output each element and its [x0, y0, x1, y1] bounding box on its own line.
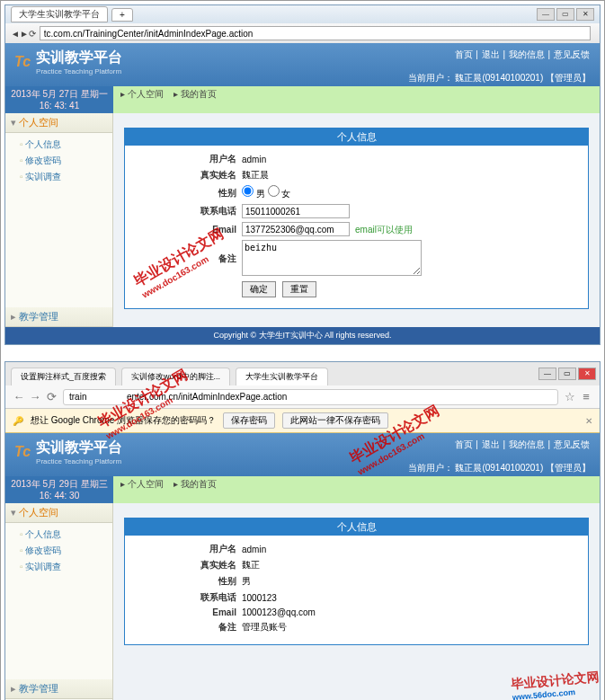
logo-en: Practice Teaching Platform	[36, 457, 122, 465]
nav-home[interactable]: 首页	[455, 439, 473, 449]
label-email: Email	[125, 607, 242, 617]
date-line: 2013年 5月 29日 星期三	[5, 478, 113, 491]
value-realname: 魏正晨	[242, 169, 588, 182]
forward-icon[interactable]: →	[27, 390, 43, 403]
label-phone: 联系电话	[125, 591, 242, 604]
reload-icon[interactable]: ⟳	[29, 29, 36, 39]
chrome-tab-2[interactable]: 实训修改word中的脚注...	[121, 368, 230, 385]
textarea-remark[interactable]: beizhu	[242, 240, 422, 276]
key-icon: 🔑	[13, 416, 23, 426]
sidebar-item-survey[interactable]: 实训调查	[20, 559, 112, 575]
nav-feedback[interactable]: 意见反馈	[554, 49, 590, 59]
date-line: 2013年 5月 27日 星期一	[5, 88, 113, 101]
ie-tab[interactable]: 大学生实训教学平台	[11, 6, 108, 22]
app-header: Tc 实训教学平台 Practice Teaching Platform 首页 …	[5, 433, 600, 476]
never-save-button[interactable]: 此网站一律不保存密码	[282, 412, 388, 429]
nav-myinfo[interactable]: 我的信息	[509, 49, 545, 59]
radio-male[interactable]	[242, 185, 254, 197]
ie-tab-bar: 大学生实训教学平台 + — ▭ ✕	[5, 5, 600, 23]
sidebar: 个人空间 个人信息 修改密码 实训调查 教学管理	[5, 113, 113, 327]
address-input[interactable]	[63, 389, 558, 405]
prompt-text: 想让 Google Chrome 浏览器保存您的密码吗？	[31, 414, 216, 427]
label-realname: 真实姓名	[125, 559, 242, 572]
user-label: 当前用户：	[408, 463, 453, 473]
logo-tc: Tc	[14, 54, 31, 70]
label-email: Email	[125, 225, 242, 235]
breadcrumb-1[interactable]: ▸ 个人空间	[120, 89, 164, 99]
label-sex: 性别	[125, 187, 242, 199]
label-female: 女	[281, 189, 290, 199]
label-remark: 备注	[125, 253, 242, 265]
back-icon[interactable]: ←	[11, 390, 27, 403]
logo-tc: Tc	[14, 444, 31, 460]
app-header: Tc 实训教学平台 Practice Teaching Platform 首页 …	[5, 43, 600, 86]
sidebar-item-pwd[interactable]: 修改密码	[20, 153, 112, 169]
user-role: 【管理员】	[546, 463, 591, 473]
address-input[interactable]	[40, 26, 591, 40]
sidebar-item-survey[interactable]: 实训调查	[20, 169, 112, 185]
footer: Copyright © 大学生IT实训中心 All rights reserve…	[5, 327, 600, 344]
breadcrumb: ▸ 个人空间 ▸ 我的首页	[113, 476, 600, 503]
sidebar-section-teaching[interactable]: 教学管理	[5, 679, 112, 699]
window-max[interactable]: ▭	[558, 368, 576, 380]
submit-button[interactable]: 确定	[242, 281, 276, 297]
value-sex: 男	[242, 575, 588, 588]
radio-female[interactable]	[268, 185, 280, 197]
breadcrumb-2[interactable]: ▸ 我的首页	[173, 89, 217, 99]
nav-feedback[interactable]: 意见反馈	[554, 439, 590, 449]
value-phone: 1000123	[242, 593, 588, 603]
window-min[interactable]: —	[537, 8, 555, 21]
label-username: 用户名	[125, 153, 242, 165]
top-nav: 首页 | 退出 | 我的信息 | 意见反馈	[454, 49, 591, 61]
sidebar-section-personal[interactable]: 个人空间	[5, 113, 112, 133]
sidebar-section-teaching[interactable]: 教学管理	[5, 307, 112, 327]
password-prompt: 🔑 想让 Google Chrome 浏览器保存您的密码吗？ 保存密码 此网站一…	[5, 409, 600, 433]
sidebar-item-pwd[interactable]: 修改密码	[20, 543, 112, 559]
info-panel: 个人信息 用户名admin 真实姓名魏正晨 性别 男 女 联系电话 Emaile…	[124, 128, 589, 309]
label-username: 用户名	[125, 543, 242, 555]
close-icon[interactable]: ✕	[585, 416, 592, 426]
screenshot-1: 大学生实训教学平台 + — ▭ ✕ ◄ ► ⟳ Tc 实训教学平台 Practi…	[4, 4, 601, 345]
star-icon[interactable]: ☆	[562, 390, 578, 403]
back-icon[interactable]: ◄	[11, 29, 20, 39]
label-phone: 联系电话	[125, 205, 242, 217]
nav-logout[interactable]: 退出	[482, 49, 500, 59]
value-username: admin	[242, 545, 588, 554]
sidebar-item-info[interactable]: 个人信息	[20, 137, 112, 153]
sidebar-section-personal[interactable]: 个人空间	[5, 503, 112, 523]
sidebar: 个人空间 个人信息 修改密码 实训调查 教学管理	[5, 503, 113, 700]
forward-icon[interactable]: ►	[20, 29, 29, 39]
user-role: 【管理员】	[546, 73, 591, 83]
nav-myinfo[interactable]: 我的信息	[509, 439, 545, 449]
breadcrumb: ▸ 个人空间 ▸ 我的首页	[113, 86, 600, 113]
sidebar-item-info[interactable]: 个人信息	[20, 527, 112, 543]
breadcrumb-1[interactable]: ▸ 个人空间	[120, 479, 164, 489]
window-close[interactable]: ✕	[578, 368, 596, 380]
label-realname: 真实姓名	[125, 169, 242, 182]
logo-cn: 实训教学平台	[36, 439, 122, 455]
window-min[interactable]: —	[538, 368, 556, 380]
window-close[interactable]: ✕	[576, 8, 594, 21]
label-remark: 备注	[125, 621, 242, 634]
menu-icon[interactable]: ≡	[578, 390, 594, 403]
reset-button[interactable]: 重置	[282, 281, 316, 297]
value-email: 1000123@qq.com	[242, 607, 588, 617]
user-label: 当前用户：	[408, 73, 453, 83]
save-password-button[interactable]: 保存密码	[223, 412, 275, 429]
breadcrumb-2[interactable]: ▸ 我的首页	[173, 479, 217, 489]
reload-icon[interactable]: ⟳	[43, 390, 59, 403]
chrome-tab-1[interactable]: 设置脚注样式_百度搜索	[11, 368, 116, 385]
user-name: 魏正晨(09140100201)	[455, 73, 543, 83]
ie-new-tab[interactable]: +	[111, 8, 133, 22]
value-username: admin	[242, 155, 588, 164]
input-phone[interactable]	[242, 204, 350, 218]
nav-logout[interactable]: 退出	[482, 439, 500, 449]
time-line: 16: 44: 30	[5, 491, 113, 501]
panel-title: 个人信息	[125, 128, 588, 146]
window-max[interactable]: ▭	[556, 8, 574, 21]
logo-cn: 实训教学平台	[36, 49, 122, 65]
user-name: 魏正晨(09140100201)	[455, 463, 543, 473]
nav-home[interactable]: 首页	[455, 49, 473, 59]
input-email[interactable]	[242, 222, 350, 236]
chrome-tab-3[interactable]: 大学生实训教学平台	[236, 368, 328, 385]
